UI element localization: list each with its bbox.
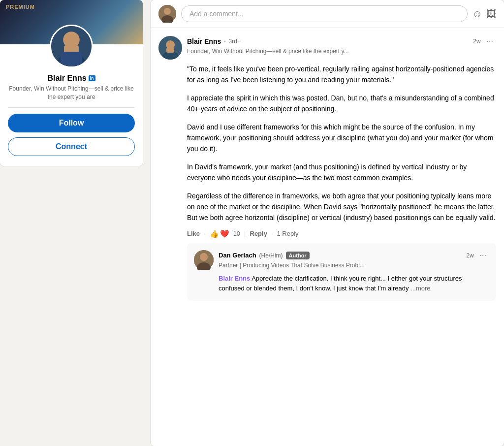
reply-author-info: Dan Gerlach (He/Him) Author 2w ··· Partn…: [219, 250, 489, 269]
post-body: "To me, it feels like you've been pro-ve…: [158, 64, 496, 223]
author-name-row: Blair Enns · 3rd+ 2w ···: [187, 36, 496, 47]
connect-button[interactable]: Connect: [8, 137, 135, 156]
follow-button[interactable]: Follow: [8, 114, 135, 132]
current-user-avatar: [158, 5, 176, 23]
main-content: Add a comment... ☺ 🖼 Blair Enns · 3rd+: [151, 0, 504, 446]
reply-author-avatar: [194, 250, 214, 270]
image-button[interactable]: 🖼: [486, 8, 496, 20]
post-time: 2w: [473, 38, 480, 45]
reply-author-title: Partner | Producing Videos That Solve Bu…: [219, 262, 489, 269]
reply-body: Blair Enns Appreciate the clarification.…: [194, 274, 489, 294]
replies-count[interactable]: 1 Reply: [277, 230, 299, 237]
reaction-count: 10: [233, 230, 240, 237]
svg-point-6: [164, 8, 171, 15]
like-button[interactable]: Like: [187, 230, 200, 237]
avatar: [50, 25, 93, 68]
comment-input[interactable]: Add a comment...: [181, 5, 468, 22]
post-paragraph-3: David and I use different frameworks for…: [187, 122, 496, 155]
post-paragraph-2: I appreciate the spirit in which this wa…: [187, 93, 496, 115]
post-comment: Blair Enns · 3rd+ 2w ··· Founder, Win Wi…: [151, 28, 504, 309]
comment-header: Blair Enns · 3rd+ 2w ··· Founder, Win Wi…: [158, 36, 496, 60]
post-paragraph-1: "To me, it feels like you've been pro-ve…: [187, 64, 496, 86]
linkedin-icon: in: [89, 75, 95, 81]
profile-title: Founder, Win Without Pitching—sell & pri…: [8, 85, 135, 101]
reaction-icon-2: ❤️: [220, 229, 229, 238]
comment-actions: Like · 👍 ❤️ 10 | Reply · 1 Reply: [158, 229, 496, 238]
premium-badge: PREMIUM: [6, 4, 35, 10]
separator-1: ·: [204, 230, 206, 237]
post-author-avatar: [158, 36, 182, 60]
reply-button[interactable]: Reply: [250, 230, 267, 237]
author-title: Founder, Win Without Pitching—sell & pri…: [187, 48, 496, 55]
reply-time: 2w: [466, 252, 473, 259]
emoji-button[interactable]: ☺: [472, 8, 482, 20]
comment-input-area: Add a comment... ☺ 🖼: [151, 0, 504, 28]
author-name[interactable]: Blair Enns: [187, 37, 221, 45]
author-badge: Author: [286, 252, 310, 259]
profile-sidebar: PREMIUM Blair Enns in Founder, Win Witho…: [0, 0, 143, 166]
reaction-icon-1: 👍: [210, 229, 219, 238]
separator-2: |: [244, 230, 246, 237]
post-paragraph-4: In David's framework, your market (and t…: [187, 161, 496, 184]
profile-name: Blair Enns in: [8, 74, 135, 83]
connection-level: ·: [224, 38, 225, 45]
post-author-info: Blair Enns · 3rd+ 2w ··· Founder, Win Wi…: [187, 36, 496, 55]
avatar-wrapper: [0, 25, 143, 68]
nested-reply: Dan Gerlach (He/Him) Author 2w ··· Partn…: [187, 243, 496, 301]
more-options-icon[interactable]: ···: [484, 36, 496, 47]
more-link[interactable]: ...more: [410, 285, 430, 292]
divider: [8, 107, 135, 108]
reply-more-options-icon[interactable]: ···: [477, 250, 489, 261]
svg-point-13: [200, 253, 208, 261]
reply-author-pronoun: (He/Him): [259, 252, 283, 259]
svg-rect-4: [61, 52, 83, 66]
reply-header: Dan Gerlach (He/Him) Author 2w ··· Partn…: [194, 250, 489, 270]
post-paragraph-5: Regardless of the difference in framewor…: [187, 191, 496, 223]
separator-3: ·: [271, 230, 273, 237]
input-icons: ☺ 🖼: [472, 8, 496, 20]
sidebar-content: Blair Enns in Founder, Win Without Pitch…: [0, 68, 143, 166]
reaction-icons: 👍 ❤️: [210, 229, 229, 238]
svg-rect-11: [166, 48, 174, 53]
connection-degree: 3rd+: [229, 38, 241, 45]
reply-author-name[interactable]: Dan Gerlach: [219, 252, 256, 259]
reply-name-row: Dan Gerlach (He/Him) Author 2w ···: [219, 250, 489, 261]
mention-link[interactable]: Blair Enns: [219, 275, 250, 282]
